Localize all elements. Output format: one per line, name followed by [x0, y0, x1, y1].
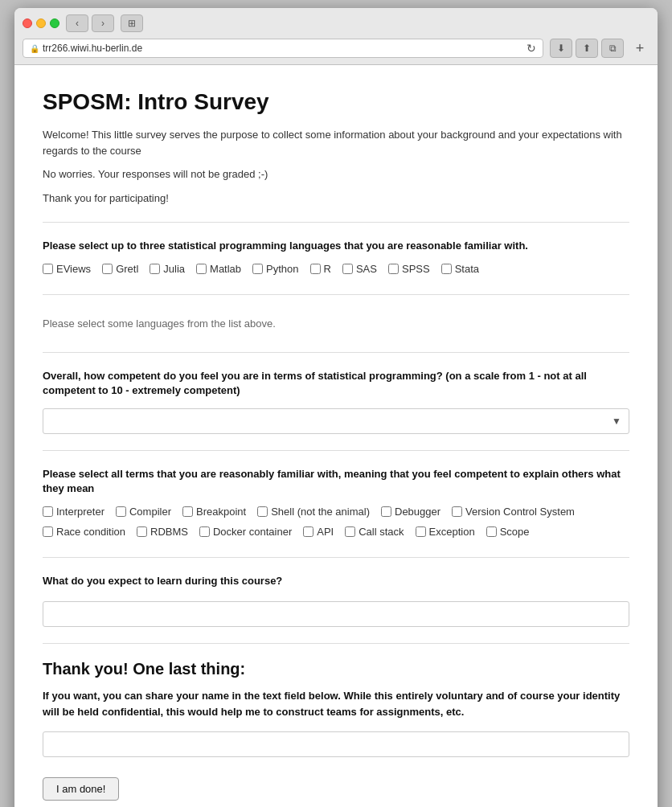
race-condition-label[interactable]: Race condition — [56, 526, 125, 538]
address-bar[interactable]: 🔒 trr266.wiwi.hu-berlin.de ↻ — [23, 39, 543, 58]
api-checkbox[interactable] — [303, 526, 313, 537]
thank-you-description: If you want, you can share your name in … — [43, 688, 629, 719]
exception-label[interactable]: Exception — [429, 526, 475, 538]
shell-label[interactable]: Shell (not the animal) — [271, 506, 370, 518]
lock-icon: 🔒 — [30, 44, 39, 53]
shell-checkbox[interactable] — [257, 506, 268, 517]
section-thankyou: Thank you! One last thing: If you want, … — [43, 660, 629, 773]
vcs-checkbox[interactable] — [452, 506, 462, 517]
url-text: trr266.wiwi.hu-berlin.de — [43, 43, 142, 54]
checkbox-race-condition: Race condition — [43, 526, 125, 538]
divider-2 — [43, 294, 629, 295]
rdbms-label[interactable]: RDBMS — [150, 526, 188, 538]
gretl-label[interactable]: Gretl — [116, 263, 138, 275]
checkbox-sas: SAS — [342, 263, 377, 275]
section-competency: Overall, how competent do you feel you a… — [43, 369, 629, 433]
checkbox-debugger: Debugger — [381, 506, 440, 518]
section4-question: What do you expect to learn during this … — [43, 574, 629, 588]
divider-3 — [43, 352, 629, 353]
race-condition-checkbox[interactable] — [43, 526, 53, 537]
traffic-lights — [23, 18, 59, 28]
compiler-label[interactable]: Compiler — [129, 506, 171, 518]
matlab-checkbox[interactable] — [196, 264, 207, 274]
download-icon[interactable]: ⬇ — [550, 39, 572, 58]
sas-checkbox[interactable] — [342, 264, 353, 274]
checkbox-interpreter: Interpreter — [43, 506, 104, 518]
new-tab-button[interactable]: + — [630, 39, 649, 58]
intro-text-2: No worries. Your responses will not be g… — [43, 166, 629, 182]
debugger-label[interactable]: Debugger — [395, 506, 440, 518]
checkbox-rdbms: RDBMS — [137, 526, 188, 538]
section-languages: Please select up to three statistical pr… — [43, 239, 629, 278]
section-expectations: What do you expect to learn during this … — [43, 574, 629, 627]
tabs-icon[interactable]: ⧉ — [601, 39, 624, 58]
r-checkbox[interactable] — [310, 264, 321, 274]
name-input[interactable] — [43, 731, 629, 757]
eviews-checkbox[interactable] — [43, 264, 53, 274]
divider-1 — [43, 222, 629, 223]
stata-checkbox[interactable] — [441, 264, 452, 274]
intro-text-3: Thank you for participating! — [43, 190, 629, 207]
breakpoint-checkbox[interactable] — [182, 506, 193, 517]
debugger-checkbox[interactable] — [381, 506, 391, 517]
checkbox-shell: Shell (not the animal) — [257, 506, 370, 518]
section1-question: Please select up to three statistical pr… — [43, 239, 629, 253]
competency-dropdown-wrapper: 1 2 3 4 5 6 7 8 9 10 ▼ — [43, 408, 629, 434]
minimize-button[interactable] — [36, 18, 46, 28]
matlab-label[interactable]: Matlab — [210, 263, 241, 275]
scope-checkbox[interactable] — [486, 526, 497, 537]
docker-checkbox[interactable] — [199, 526, 210, 537]
page-title: SPOSM: Intro Survey — [43, 89, 629, 115]
back-button[interactable]: ‹ — [66, 14, 88, 32]
checkbox-julia: Julia — [150, 263, 185, 275]
compiler-checkbox[interactable] — [116, 506, 126, 517]
scope-label[interactable]: Scope — [500, 526, 530, 538]
thank-you-title: Thank you! One last thing: — [43, 660, 629, 678]
stata-label[interactable]: Stata — [455, 263, 479, 275]
checkbox-call-stack: Call stack — [345, 526, 404, 538]
forward-button[interactable]: › — [92, 14, 114, 32]
breakpoint-label[interactable]: Breakpoint — [196, 506, 246, 518]
terms-row2: Race condition RDBMS Docker container AP… — [43, 526, 629, 541]
maximize-button[interactable] — [50, 18, 59, 28]
divider-4 — [43, 450, 629, 451]
share-icon[interactable]: ⬆ — [576, 39, 598, 58]
expectations-input[interactable] — [43, 601, 629, 627]
spss-label[interactable]: SPSS — [402, 263, 430, 275]
interpreter-checkbox[interactable] — [43, 506, 53, 517]
api-label[interactable]: API — [317, 526, 334, 538]
checkbox-stata: Stata — [441, 263, 479, 275]
python-checkbox[interactable] — [252, 264, 263, 274]
spss-checkbox[interactable] — [388, 264, 399, 274]
gretl-checkbox[interactable] — [102, 264, 113, 274]
r-label[interactable]: R — [324, 263, 331, 275]
section2-question: Overall, how competent do you feel you a… — [43, 369, 629, 398]
julia-label[interactable]: Julia — [163, 263, 185, 275]
call-stack-label[interactable]: Call stack — [359, 526, 404, 538]
vcs-label[interactable]: Version Control System — [465, 506, 575, 518]
interpreter-label[interactable]: Interpreter — [56, 506, 104, 518]
reload-icon[interactable]: ↻ — [527, 42, 536, 55]
browser-chrome: ‹ › ⊞ 🔒 trr266.wiwi.hu-berlin.de ↻ ⬇ ⬆ ⧉… — [14, 8, 658, 65]
terms-row1: Interpreter Compiler Breakpoint Shell (n… — [43, 506, 629, 521]
submit-button[interactable]: I am done! — [43, 777, 119, 801]
rdbms-checkbox[interactable] — [137, 526, 147, 537]
tab-button[interactable]: ⊞ — [121, 14, 143, 32]
docker-label[interactable]: Docker container — [213, 526, 292, 538]
divider-5 — [43, 557, 629, 558]
call-stack-checkbox[interactable] — [345, 526, 355, 537]
checkbox-docker: Docker container — [199, 526, 292, 538]
checkbox-compiler: Compiler — [116, 506, 171, 518]
checkbox-exception: Exception — [416, 526, 475, 538]
section3-question: Please select all terms that you are rea… — [43, 467, 629, 496]
sas-label[interactable]: SAS — [356, 263, 377, 275]
competency-dropdown[interactable]: 1 2 3 4 5 6 7 8 9 10 — [43, 408, 629, 434]
eviews-label[interactable]: EViews — [56, 263, 91, 275]
checkbox-eviews: EViews — [43, 263, 91, 275]
validation-text: Please select some languages from the li… — [43, 311, 629, 336]
checkbox-matlab: Matlab — [196, 263, 241, 275]
close-button[interactable] — [23, 18, 32, 28]
julia-checkbox[interactable] — [150, 264, 160, 274]
exception-checkbox[interactable] — [416, 526, 426, 537]
python-label[interactable]: Python — [266, 263, 298, 275]
